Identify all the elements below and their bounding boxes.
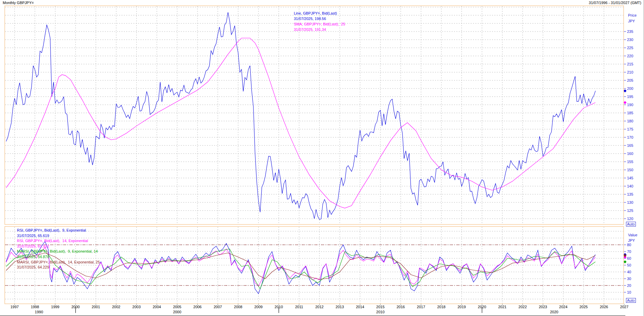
price-tick-label: 130 [627, 200, 633, 204]
x-year-label: 2012 [315, 305, 324, 309]
x-year-label: 2021 [498, 305, 507, 309]
x-year-label: 2008 [234, 305, 243, 309]
x-year-label: 2015 [376, 305, 385, 309]
value-tick-label: 60 [627, 256, 631, 260]
value-tick-label: 70 [627, 250, 631, 254]
series-line [6, 12, 595, 219]
x-year-label: 2025 [579, 305, 588, 309]
rsi-legend-line: 31/07/2025, 64.229 [17, 265, 49, 269]
price-axis-title-line1: Price [628, 13, 637, 17]
x-year-label: 2018 [437, 305, 446, 309]
chart-canvas[interactable] [0, 0, 644, 316]
price-tick-label: 140 [627, 184, 633, 188]
price-tick-label: 120 [627, 217, 633, 221]
price-tick-label: 205 [627, 78, 633, 82]
x-year-label: 2003 [132, 305, 141, 309]
rsi-legend-line: RSI, GBPJPY=, Bid(Last), 14, Exponential [17, 239, 88, 243]
price-tick-label: 135 [627, 192, 633, 196]
price-tick-label: 190 [627, 103, 633, 107]
last-value-marker [624, 89, 627, 92]
x-decade-label: 2000 [173, 310, 182, 314]
x-year-label: 1997 [10, 305, 19, 309]
series-line [6, 253, 595, 279]
x-year-label: 2011 [295, 305, 303, 309]
price-tick-label: 150 [627, 168, 633, 172]
x-decade-label: 1990 [35, 310, 43, 314]
price-tick-label: 210 [627, 70, 633, 74]
x-year-label: 2007 [213, 305, 222, 309]
price-autoscale-button[interactable]: Auto [626, 222, 636, 226]
price-tick-label: 230 [627, 38, 633, 42]
x-year-label: 2023 [538, 305, 547, 309]
x-year-label: 2002 [112, 305, 120, 309]
x-year-label: 2026 [600, 305, 608, 309]
value-tick-label: 40 [627, 270, 631, 274]
x-year-label: 2004 [152, 305, 161, 309]
rsi-legend-line: 31/07/2025, 65.619 [17, 234, 49, 238]
x-year-label: 2024 [559, 305, 568, 309]
x-year-label: 1998 [31, 305, 39, 309]
x-year-label: 2006 [193, 305, 202, 309]
panel-border [5, 6, 624, 224]
rsi-legend-line: 31/07/2025, 61.922 [17, 244, 49, 248]
price-tick-label: 125 [627, 209, 633, 213]
x-year-label: 1999 [51, 305, 60, 309]
value-axis-title-line2: JPY [628, 238, 635, 242]
value-tick-label: 10 [627, 290, 631, 294]
x-decade-label: 2020 [550, 310, 558, 314]
x-year-label: 2019 [457, 305, 466, 309]
x-year-label: 2010 [274, 305, 283, 309]
x-year-label: 2001 [92, 305, 100, 309]
price-tick-label: 235 [627, 29, 633, 34]
rsi-legend-line: RSI, GBPJPY=, Bid(Last), 9, Exponential [17, 228, 86, 232]
x-year-label: 2016 [396, 305, 405, 309]
price-legend-line: 31/07/2025, 191.34 [294, 27, 326, 32]
series-line [6, 249, 595, 289]
chart-window: Monthly GBPJPY= 31/07/1996 - 31/01/2027 … [0, 0, 644, 316]
x-year-label: 2014 [356, 305, 364, 309]
price-tick-label: 165 [627, 143, 633, 147]
price-tick-label: 225 [627, 46, 633, 50]
x-decade-label: 2010 [376, 310, 385, 314]
price-tick-label: 145 [627, 176, 633, 180]
series-line [6, 38, 595, 208]
price-tick-label: 200 [627, 86, 633, 91]
price-tick-label: 215 [627, 62, 633, 66]
x-year-label: 2022 [518, 305, 527, 309]
value-tick-label: 30 [627, 277, 631, 281]
price-tick-label: 185 [627, 111, 633, 115]
x-year-label: 2017 [417, 305, 425, 309]
last-value-marker [624, 260, 627, 263]
x-year-label: 2013 [335, 305, 344, 309]
rsi-legend-line: MARSI, GBPJPY=, Bid(Last), 9, Exponentia… [17, 249, 98, 253]
price-tick-label: 175 [627, 127, 633, 131]
price-tick-label: 220 [627, 54, 633, 58]
rsi-legend-line: MARSI, GBPJPY=, Bid(Last), 14, Exponenti… [17, 260, 100, 264]
price-legend-line: Line, GBPJPY=, Bid(Last) [294, 11, 337, 15]
value-tick-label: 80 [627, 243, 631, 247]
value-tick-label: 50 [627, 263, 631, 267]
price-axis-title-line2: JPY [628, 19, 635, 23]
rsi-legend-line: 31/07/2025, 54.878 [17, 255, 49, 259]
price-tick-label: 155 [627, 160, 633, 164]
x-year-label: 2005 [173, 305, 182, 309]
value-autoscale-button[interactable]: Auto [626, 298, 636, 303]
price-tick-label: 170 [627, 135, 633, 139]
price-tick-label: 180 [627, 119, 633, 123]
x-year-label: 2000 [71, 305, 80, 309]
x-year-label: 2027 [620, 305, 629, 309]
value-axis-title-line1: Value [628, 233, 637, 237]
price-tick-label: 160 [627, 152, 633, 156]
price-legend-line: 31/07/2025, 198.56 [294, 17, 326, 21]
x-year-label: 2020 [478, 305, 487, 309]
value-tick-label: 20 [627, 283, 631, 288]
price-legend-line: SMA, GBPJPY=, Bid(Last), 25 [294, 22, 345, 26]
x-year-label: 2009 [254, 305, 263, 309]
last-value-marker [624, 101, 627, 104]
price-tick-label: 195 [627, 95, 633, 99]
